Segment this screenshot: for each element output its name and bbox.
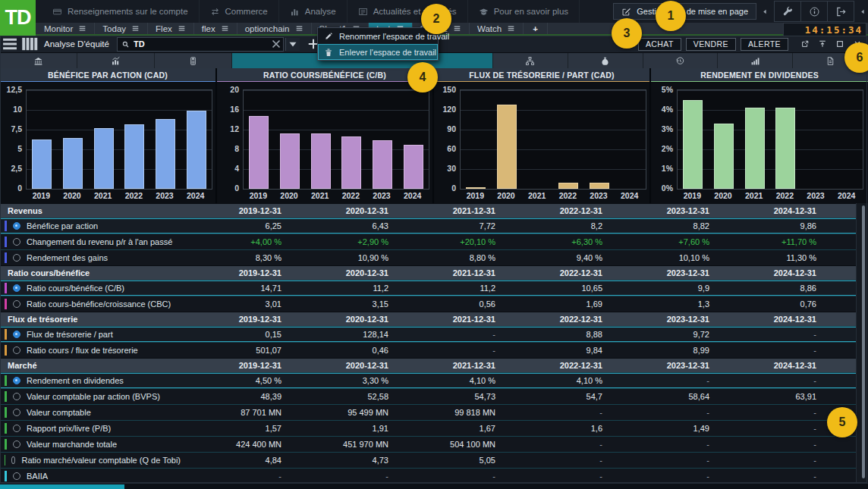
metric-row-rendement-en-dividendes[interactable]: Rendement en dividendes4,50 %3,30 %4,10 … bbox=[0, 372, 856, 388]
columns-layout-icon[interactable] bbox=[20, 34, 39, 54]
date-column-header: 2024-12-31 bbox=[715, 268, 822, 277]
symbol-search[interactable] bbox=[117, 37, 284, 52]
section-header-row: Revenus2019-12-312020-12-312021-12-31202… bbox=[0, 203, 856, 218]
row-radio[interactable] bbox=[13, 300, 20, 308]
date-column-header: 2024-12-31 bbox=[715, 315, 822, 324]
metric-row-flux-de-tr-sorerie-part[interactable]: Flux de trésorerie / part0,15128,14-8,88… bbox=[0, 326, 856, 342]
wrench-button[interactable] bbox=[775, 2, 801, 21]
metric-row-ratio-march-valeur-comptable-q-de-tobi[interactable]: Ratio marché/valeur comptable (Q de Tobi… bbox=[0, 452, 856, 468]
y-tick-label: 0 bbox=[434, 183, 456, 193]
menu-commerce[interactable]: Commerce bbox=[200, 0, 279, 23]
row-radio[interactable] bbox=[13, 409, 20, 416]
history-segment[interactable] bbox=[643, 53, 719, 68]
row-color-bar bbox=[5, 221, 7, 231]
metric-row-changement-du-revenu-p-r-l-an-pass[interactable]: Changement du revenu p/r à l'an passé+4,… bbox=[0, 234, 856, 249]
workspace-tab-monitor[interactable]: Monitor bbox=[36, 23, 95, 34]
date-column-header: 2021-12-31 bbox=[395, 206, 502, 215]
money-bag-segment[interactable] bbox=[568, 53, 643, 68]
metric-row-b-n-fice-par-action[interactable]: Bénéfice par action6,256,437,728,28,829,… bbox=[0, 218, 856, 234]
logout-button[interactable] bbox=[828, 2, 854, 21]
signal-bars-icon bbox=[750, 56, 760, 66]
collapse-left-icon[interactable] bbox=[762, 6, 769, 17]
metric-row-ratio-cours-b-n-fice-c-b[interactable]: Ratio cours/bénéfice (C/B)14,7111,211,21… bbox=[0, 280, 856, 296]
value-cell: 95 499 MN bbox=[288, 408, 395, 417]
clear-search-icon[interactable] bbox=[269, 37, 283, 51]
date-column-header: 2021-12-31 bbox=[395, 268, 502, 277]
row-radio[interactable] bbox=[13, 331, 20, 338]
workspace-tab-flex[interactable]: flex bbox=[194, 23, 237, 34]
row-radio[interactable] bbox=[13, 440, 20, 448]
y-tick-label: 0% bbox=[651, 183, 673, 193]
search-input[interactable] bbox=[134, 39, 269, 49]
calculator-segment[interactable] bbox=[155, 53, 232, 68]
scrollbar-thumb[interactable] bbox=[862, 205, 865, 478]
context-menu-item-renommer-l-espace-de-travail[interactable]: Renommer l'espace de travail bbox=[318, 28, 438, 44]
metric-label: Rapport prix/livre (P/B) bbox=[27, 424, 111, 433]
metric-row-rendement-des-gains[interactable]: Rendement des gains8,30 %10,90 %8,80 %9,… bbox=[0, 249, 856, 265]
row-radio[interactable] bbox=[13, 238, 20, 246]
x-tick-label: 2024 bbox=[397, 191, 428, 200]
gridline bbox=[244, 169, 429, 170]
row-radio[interactable] bbox=[13, 472, 20, 480]
row-radio[interactable] bbox=[11, 456, 15, 464]
workspace-tab-today[interactable]: Today bbox=[95, 23, 148, 34]
workspace-tab-flex[interactable]: Flex bbox=[148, 23, 194, 34]
maximize-button[interactable] bbox=[832, 38, 848, 51]
workspace-tab-watch[interactable]: Watch bbox=[470, 23, 524, 34]
menu-analyse[interactable]: Analyse bbox=[279, 0, 348, 23]
hamburger-menu-icon[interactable] bbox=[0, 34, 20, 54]
value-cell: 4,10 % bbox=[395, 376, 502, 385]
vertical-scrollbar[interactable] bbox=[856, 203, 868, 483]
hierarchy-segment[interactable] bbox=[493, 53, 568, 68]
gridline bbox=[244, 149, 429, 150]
news-icon bbox=[358, 7, 368, 17]
gridline bbox=[27, 110, 212, 111]
row-radio[interactable] bbox=[13, 425, 20, 432]
achat-button[interactable]: ACHAT bbox=[638, 38, 681, 51]
pin-up-button[interactable] bbox=[815, 38, 830, 51]
row-radio[interactable] bbox=[13, 346, 20, 354]
row-radio[interactable] bbox=[13, 377, 20, 384]
value-cell: 9,9 bbox=[609, 284, 715, 293]
calculator-icon bbox=[188, 56, 198, 66]
date-column-header: 2021-12-31 bbox=[395, 315, 502, 324]
metric-row-ratio-cours-flux-de-tr-sorerie[interactable]: Ratio cours / flux de trésorerie501,070,… bbox=[0, 342, 856, 358]
search-icon bbox=[121, 40, 130, 49]
workspace-tab-optionchain[interactable]: optionchain bbox=[237, 23, 312, 34]
metric-row-valeur-comptable-par-action-bvps[interactable]: Valeur comptable par action (BVPS)48,395… bbox=[0, 388, 856, 404]
metric-row-ratio-cours-b-n-fice-croissance-cbc[interactable]: Ratio cours-bénéfice/croissance (CBC)3,0… bbox=[0, 296, 856, 312]
vendre-button[interactable]: VENDRE bbox=[686, 38, 736, 51]
collapse-left-icon[interactable] bbox=[860, 6, 866, 17]
context-menu-item-enlever-l-espace-de-travail[interactable]: Enlever l'espace de travail bbox=[318, 44, 438, 60]
td-logo[interactable]: TD bbox=[0, 0, 36, 36]
row-radio[interactable] bbox=[13, 284, 20, 292]
symbol-dropdown-button[interactable] bbox=[285, 38, 300, 51]
gridline bbox=[678, 90, 863, 91]
metric-row-valeur-comptable[interactable]: Valeur comptable87 701 MN95 499 MN99 818… bbox=[0, 404, 856, 420]
growth-chart-segment[interactable] bbox=[77, 53, 155, 68]
metric-cell: Rapport prix/livre (P/B) bbox=[0, 421, 181, 436]
date-column-header: 2020-12-31 bbox=[288, 315, 395, 324]
plot-area bbox=[460, 89, 646, 190]
row-radio[interactable] bbox=[13, 254, 20, 262]
menu-renseignements-sur-le-compte[interactable]: Renseignements sur le compte bbox=[42, 0, 200, 23]
chart-panel-flux-de-tr-sorerie-part-cad: FLUX DE TRÉSORERIE / PART (CAD)030609012… bbox=[434, 68, 651, 203]
row-radio[interactable] bbox=[13, 393, 20, 400]
row-radio[interactable] bbox=[13, 222, 20, 230]
annotation-circle: 2 bbox=[421, 4, 451, 34]
add-workspace-button[interactable]: + bbox=[524, 23, 548, 34]
info-button[interactable] bbox=[801, 2, 828, 21]
metric-row-rapport-prix-livre-p-b[interactable]: Rapport prix/livre (P/B)1,571,911,671,61… bbox=[0, 420, 856, 436]
popout-button[interactable] bbox=[797, 38, 813, 51]
value-cell: 87 701 MN bbox=[181, 408, 288, 417]
alerte-button[interactable]: ALERTE bbox=[741, 38, 788, 51]
metric-row-valeur-marchande-totale[interactable]: Valeur marchande totale424 400 MN451 970… bbox=[0, 436, 856, 452]
bank-segment[interactable] bbox=[0, 53, 77, 68]
x-tick-label: 2024 bbox=[831, 191, 862, 200]
metric-label: Ratio marché/valeur comptable (Q de Tobi… bbox=[21, 456, 181, 465]
menu-pour-en-savoir-plus[interactable]: Pour en savoir plus bbox=[468, 0, 580, 23]
metric-row-baiia[interactable]: BAIIA------ bbox=[0, 468, 856, 483]
signal-bars-segment[interactable] bbox=[718, 53, 793, 68]
value-cell: - bbox=[715, 346, 822, 355]
chart-title: FLUX DE TRÉSORERIE / PART (CAD) bbox=[434, 68, 649, 82]
